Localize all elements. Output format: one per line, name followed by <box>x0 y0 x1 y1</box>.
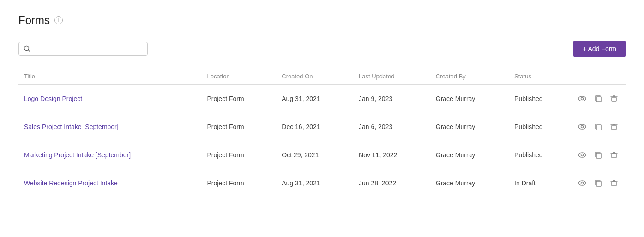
copy-icon[interactable] <box>592 149 604 161</box>
form-status: Published <box>509 85 570 113</box>
svg-point-14 <box>578 181 586 185</box>
form-location: Project Form <box>201 85 276 113</box>
actions-cell <box>576 92 620 105</box>
form-last-updated: Nov 11, 2022 <box>353 141 430 169</box>
actions-cell <box>576 120 620 133</box>
form-created-by: Grace Murray <box>430 85 509 113</box>
svg-point-6 <box>578 124 586 129</box>
info-icon[interactable]: i <box>54 16 63 24</box>
col-header-location: Location <box>201 68 276 85</box>
add-form-button[interactable]: + Add Form <box>573 41 626 57</box>
col-header-status: Status <box>509 68 570 85</box>
table-row: Marketing Project Intake [September]Proj… <box>18 141 626 169</box>
delete-icon[interactable] <box>608 121 620 133</box>
col-header-title: Title <box>18 68 201 85</box>
form-created-on: Oct 29, 2021 <box>276 141 353 169</box>
table-container: Title Location Created On Last Updated C… <box>18 68 626 197</box>
form-created-on: Aug 31, 2021 <box>276 169 353 197</box>
table-row: Website Redesign Project IntakeProject F… <box>18 169 626 197</box>
form-created-on: Dec 16, 2021 <box>276 113 353 141</box>
forms-table: Title Location Created On Last Updated C… <box>18 68 626 197</box>
svg-point-3 <box>581 98 584 100</box>
form-created-by: Grace Murray <box>430 113 509 141</box>
svg-rect-12 <box>596 153 601 158</box>
table-row: Sales Project Intake [September]Project … <box>18 113 626 141</box>
delete-icon[interactable] <box>608 177 620 189</box>
svg-rect-4 <box>596 97 601 102</box>
table-row: Logo Design ProjectProject FormAug 31, 2… <box>18 85 626 113</box>
svg-line-1 <box>29 50 30 52</box>
view-icon[interactable] <box>576 92 589 105</box>
svg-point-15 <box>581 182 584 184</box>
view-icon[interactable] <box>576 120 589 133</box>
svg-point-2 <box>578 96 586 101</box>
actions-cell <box>576 148 620 161</box>
form-title-link[interactable]: Logo Design Project <box>24 95 82 102</box>
svg-rect-5 <box>612 97 616 101</box>
search-wrapper <box>18 42 148 56</box>
svg-point-7 <box>581 126 584 128</box>
form-location: Project Form <box>201 169 276 197</box>
col-header-last-updated: Last Updated <box>353 68 430 85</box>
actions-cell <box>576 177 620 190</box>
svg-rect-16 <box>596 181 601 186</box>
delete-icon[interactable] <box>608 149 620 161</box>
copy-icon[interactable] <box>592 121 604 133</box>
col-header-created-on: Created On <box>276 68 353 85</box>
form-last-updated: Jan 9, 2023 <box>353 85 430 113</box>
form-last-updated: Jun 28, 2022 <box>353 169 430 197</box>
search-icon <box>24 45 31 53</box>
svg-rect-13 <box>612 154 616 158</box>
svg-point-11 <box>581 154 584 156</box>
form-location: Project Form <box>201 141 276 169</box>
form-title-link[interactable]: Marketing Project Intake [September] <box>24 151 131 159</box>
table-header-row: Title Location Created On Last Updated C… <box>18 68 626 85</box>
delete-icon[interactable] <box>608 93 620 105</box>
page-title: Forms <box>18 14 50 27</box>
col-header-actions <box>570 68 626 85</box>
form-status: Published <box>509 113 570 141</box>
form-status: Published <box>509 141 570 169</box>
page-header: Forms i <box>18 14 626 27</box>
form-last-updated: Jan 6, 2023 <box>353 113 430 141</box>
view-icon[interactable] <box>576 148 589 161</box>
view-icon[interactable] <box>576 177 589 190</box>
form-created-on: Aug 31, 2021 <box>276 85 353 113</box>
toolbar: + Add Form <box>18 41 626 57</box>
form-location: Project Form <box>201 113 276 141</box>
form-created-by: Grace Murray <box>430 141 509 169</box>
page-container: Forms i + Add Form Title Location Create… <box>0 0 644 237</box>
form-status: In Draft <box>509 169 570 197</box>
copy-icon[interactable] <box>592 177 604 189</box>
svg-rect-9 <box>612 125 616 130</box>
form-title-link[interactable]: Sales Project Intake [September] <box>24 123 119 130</box>
form-title-link[interactable]: Website Redesign Project Intake <box>24 179 118 187</box>
col-header-created-by: Created By <box>430 68 509 85</box>
search-input[interactable] <box>35 45 143 53</box>
svg-point-10 <box>578 153 586 157</box>
copy-icon[interactable] <box>592 93 604 105</box>
form-created-by: Grace Murray <box>430 169 509 197</box>
svg-rect-8 <box>596 125 601 130</box>
svg-rect-17 <box>612 182 616 186</box>
